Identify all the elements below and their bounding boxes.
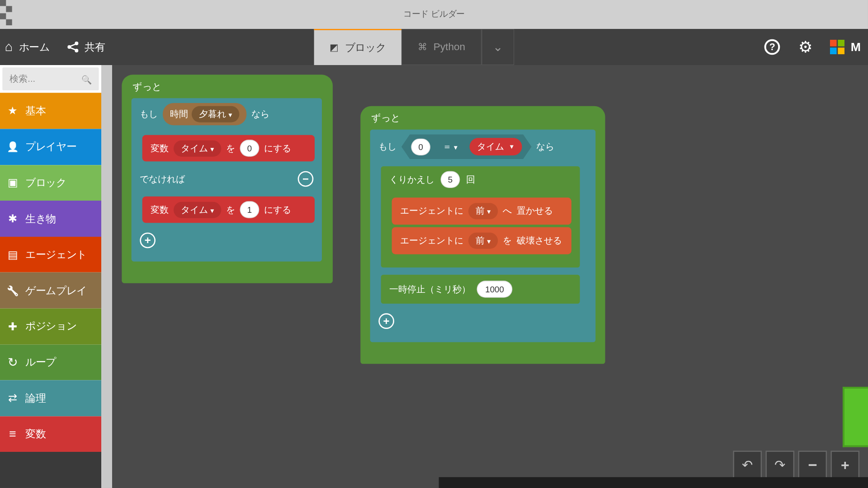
agent-ni: エージェントに [400, 206, 463, 217]
sidebar-item-loops[interactable]: ループ [0, 344, 101, 380]
chevron-down-icon: ▼ [209, 145, 215, 152]
brand-initial: M [851, 40, 861, 54]
chevron-down-icon [493, 40, 503, 54]
tab-python[interactable]: Python [401, 29, 481, 65]
chevron-down-icon: ▼ [509, 143, 514, 150]
wrench-icon [6, 284, 19, 297]
sidebar-item-player[interactable]: プレイヤー [0, 129, 101, 164]
zoom-out-button[interactable] [798, 450, 827, 479]
sidebar-item-basic[interactable]: 基本 [0, 93, 101, 129]
home-icon [5, 39, 13, 55]
direction-dropdown[interactable]: 前▼ [468, 203, 498, 219]
setvar-word: 変数 [151, 142, 169, 154]
sidebar-item-label: 生き物 [25, 212, 56, 226]
time-condition-pill[interactable]: 時間 夕暮れ▼ [163, 103, 246, 125]
destroy-word: 破壊させる [517, 235, 562, 246]
chevron-down-icon: ▼ [486, 238, 492, 245]
ms-logo-icon [830, 40, 844, 54]
search-input[interactable]: 検索... [2, 67, 99, 90]
sidebar-item-gameplay[interactable]: ゲームプレイ [0, 272, 101, 308]
variable-pill[interactable]: タイム▼ [470, 138, 522, 155]
dusk-label: 夕暮れ [199, 108, 226, 119]
zoom-in-button[interactable] [830, 450, 859, 479]
sidebar-item-label: ループ [25, 356, 56, 370]
sidebar-item-position[interactable]: ポジション [0, 309, 101, 344]
home-button[interactable]: ホーム [5, 39, 50, 55]
window-titlebar: コード ビルダー [0, 0, 868, 29]
set-variable-block[interactable]: 変数 タイム▼ を 1 にする [142, 197, 315, 223]
forever-block[interactable]: ずっと もし 時間 夕暮れ▼ なら [122, 75, 333, 283]
sidebar-item-block[interactable]: ブロック [0, 165, 101, 201]
var-name: タイム [181, 142, 208, 153]
agent-place-block[interactable]: エージェントに 前▼ へ 置かせる [392, 197, 571, 225]
pause-label: 一時停止（ミリ秒） [389, 283, 471, 295]
share-button[interactable]: 共有 [68, 40, 105, 54]
time-dropdown[interactable]: 夕暮れ▼ [192, 106, 239, 122]
place-word: 置かせる [517, 206, 553, 217]
agent-ni: エージェントに [400, 235, 463, 246]
sidebar-item-variables[interactable]: 変数 [0, 416, 101, 452]
add-branch-button[interactable]: + [378, 313, 394, 329]
tab-blocks[interactable]: ブロック [314, 29, 401, 65]
if-label: もし [140, 108, 158, 120]
chevron-down-icon: ▼ [209, 207, 215, 214]
number-input[interactable]: 0 [240, 140, 259, 156]
if-else-block[interactable]: もし 時間 夕暮れ▼ なら 変数 タイム▼ を [132, 98, 322, 261]
number-input[interactable]: 0 [411, 138, 430, 155]
tab-python-label: Python [434, 41, 466, 53]
undo-button[interactable] [733, 450, 762, 479]
search-icon [81, 74, 92, 84]
help-button[interactable]: ? [764, 39, 780, 55]
time-word: 時間 [170, 108, 188, 120]
sidebar-item-label: ゲームプレイ [25, 284, 87, 298]
number-input[interactable]: 5 [441, 171, 460, 188]
sidebar-item-mob[interactable]: 生き物 [0, 201, 101, 236]
then-label: なら [251, 108, 269, 120]
forever-block[interactable]: ずっと もし 0 ＝▼ タイム▼ なら [360, 106, 605, 364]
close-icon[interactable] [0, 0, 17, 29]
sidebar-item-logic[interactable]: 論理 [0, 380, 101, 416]
sidebar-item-label: エージェント [25, 248, 87, 262]
tab-more[interactable] [481, 29, 514, 65]
chevron-down-icon: ▼ [453, 144, 458, 151]
variable-dropdown[interactable]: タイム▼ [174, 140, 221, 156]
person-icon [6, 140, 19, 153]
sidebar-item-agent[interactable]: エージェント [0, 237, 101, 272]
category-sidebar: 検索... 基本 プレイヤー ブロック 生き物 エージェント ゲームプレイ ポジ… [0, 65, 101, 488]
target-icon [6, 320, 19, 333]
agent-icon [6, 248, 19, 261]
variable-dropdown[interactable]: タイム▼ [174, 202, 221, 218]
set-variable-block[interactable]: 変数 タイム▼ を 0 にする [142, 135, 315, 162]
settings-button[interactable] [798, 38, 812, 56]
window-title: コード ビルダー [403, 9, 465, 20]
number-input[interactable]: 1000 [477, 281, 513, 297]
else-label: でなければ [140, 173, 185, 184]
star-icon [6, 104, 19, 117]
workspace-canvas[interactable]: ずっと もし 時間 夕暮れ▼ なら [101, 65, 868, 488]
pause-block[interactable]: 一時停止（ミリ秒） 1000 [381, 275, 580, 304]
direction-dropdown[interactable]: 前▼ [468, 233, 498, 249]
to-word: を [226, 204, 235, 215]
agent-destroy-block[interactable]: エージェントに 前▼ を 破壊させる [392, 227, 571, 254]
main-toolbar: ホーム 共有 ブロック Python ? M [0, 29, 868, 65]
tab-blocks-label: ブロック [345, 41, 386, 55]
flyout-divider [101, 65, 112, 488]
run-button[interactable] [843, 387, 868, 447]
number-input[interactable]: 1 [240, 201, 259, 218]
operator-dropdown[interactable]: ＝▼ [435, 139, 465, 155]
add-branch-button[interactable]: + [140, 233, 156, 249]
repeat-block[interactable]: くりかえし 5 回 エージェントに 前▼ へ 置かせる [381, 166, 580, 267]
wo-word: を [503, 235, 512, 246]
python-icon [418, 41, 427, 53]
forever-label: ずっと [360, 106, 605, 130]
sidebar-item-more[interactable] [0, 452, 101, 488]
sidebar-item-label: ポジション [25, 319, 76, 333]
if-block[interactable]: もし 0 ＝▼ タイム▼ なら くりかえし 5 [370, 130, 596, 343]
redo-button[interactable] [765, 450, 794, 479]
compare-block[interactable]: 0 ＝▼ タイム▼ [401, 134, 532, 159]
remove-else-button[interactable]: − [298, 171, 314, 187]
bottom-bar [439, 477, 868, 488]
setvar-word: 変数 [151, 204, 169, 215]
to-word: を [226, 142, 235, 154]
repeat-label: くりかえし [389, 174, 434, 185]
